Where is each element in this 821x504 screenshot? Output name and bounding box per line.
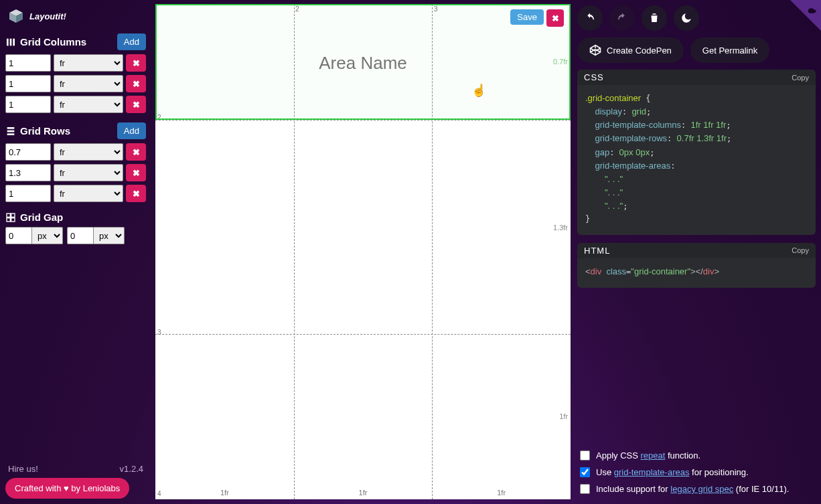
column-unit-select[interactable]: fr (54, 54, 123, 72)
delete-row-button[interactable]: ✖ (126, 143, 146, 161)
copy-css-button[interactable]: Copy (792, 74, 809, 82)
row-marker: 3 (157, 329, 161, 336)
delete-column-button[interactable]: ✖ (126, 54, 146, 72)
add-row-button[interactable]: Add (117, 122, 146, 139)
copy-html-button[interactable]: Copy (792, 246, 809, 254)
version-label: v1.2.4 (120, 464, 143, 474)
row-size-input[interactable] (5, 164, 51, 181)
row-track-row: fr✖ (5, 164, 146, 181)
gap-col-input[interactable] (5, 227, 32, 244)
option-areas-checkbox[interactable] (580, 467, 590, 477)
html-code[interactable]: <div class="grid-container"></div> (577, 258, 816, 288)
column-track-row: fr✖ (5, 75, 146, 92)
css-code[interactable]: .grid-container { display: grid; grid-te… (577, 85, 816, 235)
corner-badge[interactable] (790, 0, 821, 31)
col-size-labels: 1fr 1fr 1fr (155, 489, 571, 497)
delete-row-button[interactable]: ✖ (126, 185, 146, 202)
gap-header: Grid Gap (5, 212, 146, 223)
svg-rect-4 (10, 38, 12, 46)
columns-header: Grid Columns Add (5, 33, 146, 50)
row-size-label: 1.3fr (528, 224, 568, 232)
svg-rect-12 (11, 218, 15, 221)
option-repeat-checkbox[interactable] (580, 450, 590, 460)
app-logo[interactable]: Layoutit! (8, 8, 146, 24)
right-panel: Create CodePen Get Permalink CSS Copy .g… (577, 5, 816, 499)
cancel-area-button[interactable]: ✖ (546, 9, 564, 27)
svg-rect-7 (7, 130, 15, 132)
grid-line-horizontal (155, 120, 571, 120)
row-size-label: 1fr (528, 412, 568, 420)
area-name-input[interactable] (276, 52, 450, 74)
svg-rect-3 (7, 38, 9, 46)
columns-icon (5, 37, 16, 48)
column-size-input[interactable] (5, 75, 51, 92)
delete-column-button[interactable]: ✖ (126, 96, 146, 113)
gap-row-unit[interactable]: px (94, 227, 125, 244)
option-areas[interactable]: Use grid-template-areas for positioning. (577, 465, 816, 479)
html-head-label: HTML (584, 246, 610, 256)
crafted-button[interactable]: Crafted with ♥ by Leniolabs (5, 478, 129, 499)
undo-button[interactable] (577, 5, 603, 31)
app-title: Layoutit! (29, 11, 66, 21)
delete-button[interactable] (642, 5, 667, 31)
column-size-input[interactable] (5, 54, 51, 72)
column-unit-select[interactable]: fr (54, 75, 123, 92)
grid-line-horizontal (155, 334, 571, 335)
option-legacy[interactable]: Include support for legacy grid spec (fo… (577, 482, 816, 496)
column-size-input[interactable] (5, 96, 51, 113)
svg-rect-9 (7, 214, 10, 217)
get-permalink-button[interactable]: Get Permalink (690, 37, 769, 63)
rows-icon (5, 126, 16, 137)
redo-button (609, 5, 635, 31)
row-size-input[interactable] (5, 185, 51, 202)
create-codepen-button[interactable]: Create CodePen (577, 37, 684, 63)
option-repeat[interactable]: Apply CSS repeat function. (577, 448, 816, 463)
svg-rect-11 (7, 218, 10, 221)
row-unit-select[interactable]: fr (54, 143, 123, 161)
delete-row-button[interactable]: ✖ (126, 164, 146, 181)
hire-link[interactable]: Hire us! (8, 464, 38, 474)
html-code-block: HTML Copy <div class="grid-container"></… (577, 243, 816, 288)
row-track-row: fr✖ (5, 143, 146, 161)
dark-mode-button[interactable] (674, 5, 699, 31)
svg-rect-5 (13, 38, 15, 46)
row-unit-select[interactable]: fr (54, 164, 123, 181)
cursor-icon: ☝ (471, 83, 486, 98)
svg-rect-10 (11, 214, 15, 217)
row-unit-select[interactable]: fr (54, 185, 123, 202)
svg-rect-8 (7, 133, 15, 135)
column-unit-select[interactable]: fr (54, 96, 123, 113)
delete-column-button[interactable]: ✖ (126, 75, 146, 92)
columns-title: Grid Columns (20, 36, 113, 48)
column-track-row: fr✖ (5, 96, 146, 113)
selected-area[interactable]: Save ✖ (155, 4, 571, 120)
row-size-input[interactable] (5, 143, 51, 161)
save-area-button[interactable]: Save (510, 9, 544, 25)
rows-title: Grid Rows (20, 125, 113, 137)
codepen-icon (589, 44, 601, 56)
column-track-row: fr✖ (5, 54, 146, 72)
css-code-block: CSS Copy .grid-container { display: grid… (577, 70, 816, 235)
cube-icon (8, 8, 24, 24)
gap-icon (5, 212, 16, 223)
add-column-button[interactable]: Add (117, 33, 146, 50)
options: Apply CSS repeat function. Use grid-temp… (577, 446, 816, 499)
css-head-label: CSS (584, 72, 604, 82)
gap-title: Grid Gap (20, 212, 146, 223)
gap-col-unit[interactable]: px (32, 227, 63, 244)
grid-canvas[interactable]: 2 3 2 3 4 0.7fr 1.3fr 1fr 1fr 1fr 1fr Sa… (155, 4, 571, 499)
gap-row-input[interactable] (67, 227, 94, 244)
rows-header: Grid Rows Add (5, 122, 146, 139)
option-legacy-checkbox[interactable] (580, 484, 590, 494)
sidebar: Layoutit! Grid Columns Add fr✖fr✖fr✖ Gri… (5, 5, 146, 499)
row-track-row: fr✖ (5, 185, 146, 202)
svg-rect-6 (7, 127, 15, 129)
